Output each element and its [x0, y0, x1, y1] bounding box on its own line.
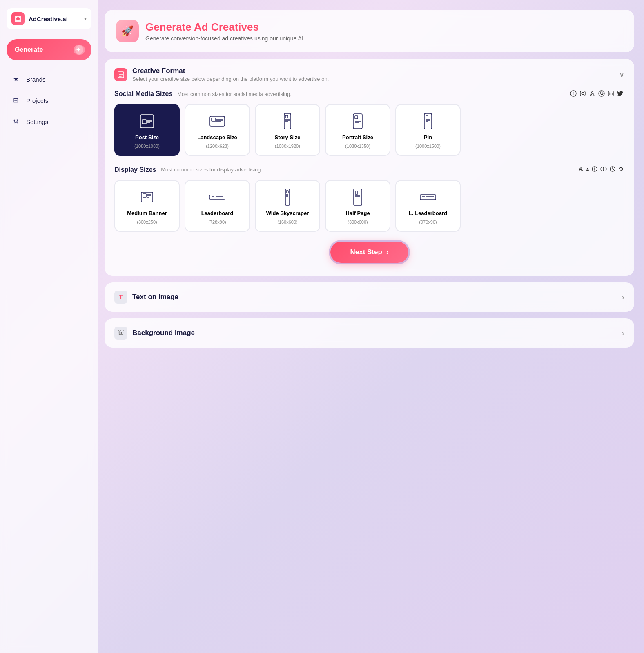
medium-banner-icon — [137, 187, 157, 207]
pin-size-dim: (1000x1500) — [415, 144, 441, 149]
svg-rect-47 — [209, 195, 225, 199]
svg-point-1 — [16, 17, 20, 20]
svg-rect-59 — [355, 191, 358, 194]
facebook-icon — [570, 90, 577, 98]
text-on-image-header[interactable]: T Text on Image › — [105, 282, 634, 312]
sidebar-item-projects-label: Projects — [26, 97, 48, 104]
generate-button[interactable]: Generate ✦ — [7, 39, 91, 60]
display-platform-icons: A — [577, 166, 624, 173]
size-card-landscape[interactable]: Landscape Size (1200x628) — [185, 104, 250, 156]
size-card-wide-skyscraper[interactable]: Wide Skyscraper (160x600) — [255, 180, 320, 232]
size-card-medium-banner[interactable]: Medium Banner (300x250) — [114, 180, 180, 232]
sidebar-item-projects[interactable]: ⊞ Projects — [7, 91, 91, 109]
header-text: Generate Ad Creatives Generate conversio… — [145, 21, 305, 42]
landscape-size-name: Landscape Size — [197, 134, 237, 140]
creative-format-section: Creative Format Select your creative siz… — [105, 59, 634, 276]
header-card: 🚀 Generate Ad Creatives Generate convers… — [105, 10, 634, 52]
wide-skyscraper-icon — [278, 187, 297, 207]
size-card-l-leaderboard[interactable]: L. Leaderboard (970x90) — [395, 180, 461, 232]
pinterest-icon — [598, 90, 606, 98]
svg-point-6 — [584, 92, 584, 92]
wide-skyscraper-dim: (160x600) — [277, 220, 298, 224]
svg-rect-23 — [285, 115, 288, 118]
svg-rect-18 — [212, 118, 216, 121]
svg-rect-63 — [420, 195, 436, 200]
logo-icon — [11, 12, 25, 25]
background-image-section: 🖼 Background Image › — [105, 318, 634, 348]
wide-skyscraper-name: Wide Skyscraper — [266, 210, 309, 216]
svg-rect-10 — [610, 93, 611, 95]
story-size-dim: (1080x1920) — [275, 144, 300, 149]
svg-rect-13 — [142, 120, 146, 124]
svg-rect-4 — [580, 91, 585, 96]
display-title: Display Sizes — [114, 166, 156, 173]
display-size-group: Display Sizes Most common sizes for disp… — [114, 166, 624, 232]
brands-icon: ★ — [13, 75, 21, 83]
landscape-size-icon — [207, 111, 227, 131]
half-page-dim: (300x600) — [348, 220, 368, 224]
text-on-image-chevron-icon: › — [622, 293, 624, 302]
portrait-size-dim: (1080x1350) — [345, 144, 370, 149]
size-card-story[interactable]: Story Size (1080x1920) — [255, 104, 320, 156]
background-image-chevron-icon: › — [622, 329, 624, 338]
svg-rect-43 — [143, 194, 146, 197]
size-card-half-page[interactable]: Half Page (300x600) — [325, 180, 390, 232]
size-card-portrait[interactable]: Portrait Size (1080x1350) — [325, 104, 390, 156]
section-title-group: Creative Format Select your creative siz… — [132, 67, 329, 82]
size-card-leaderboard[interactable]: Leaderboard (728x90) — [185, 180, 250, 232]
page-subtitle: Generate conversion-focused ad creatives… — [145, 35, 305, 42]
sparkle-icon: ✦ — [74, 45, 83, 55]
next-step-button[interactable]: Next Step › — [330, 242, 408, 263]
creative-format-subtitle: Select your creative size below dependin… — [132, 76, 329, 82]
svg-point-11 — [610, 92, 611, 93]
post-size-name: Post Size — [135, 134, 159, 140]
background-image-title: Background Image — [132, 329, 195, 337]
svg-rect-28 — [355, 116, 358, 119]
sidebar-logo[interactable]: AdCreative.ai ▾ — [7, 8, 91, 29]
creative-format-title: Creative Format — [132, 67, 329, 75]
settings-icon: ⚙ — [13, 118, 21, 126]
logo-text: AdCreative.ai — [29, 16, 68, 22]
background-image-header-left: 🖼 Background Image — [114, 326, 195, 340]
half-page-icon — [348, 187, 368, 207]
display-icon-4 — [600, 166, 607, 173]
l-leaderboard-dim: (970x90) — [419, 220, 437, 224]
leaderboard-name: Leaderboard — [201, 210, 234, 216]
medium-banner-name: Medium Banner — [127, 210, 167, 216]
display-icon-3 — [591, 166, 598, 173]
social-platform-icons — [570, 90, 624, 98]
display-desc: Most common sizes for display advertisin… — [161, 167, 262, 173]
svg-point-5 — [582, 92, 584, 95]
portrait-size-icon — [348, 111, 368, 131]
story-size-icon — [278, 111, 297, 131]
sidebar: AdCreative.ai ▾ Generate ✦ ★ Brands ⊞ Pr… — [0, 0, 98, 653]
generate-label: Generate — [15, 46, 43, 53]
l-leaderboard-icon — [418, 187, 438, 207]
svg-point-40 — [603, 167, 606, 171]
section-header-left: Creative Format Select your creative siz… — [114, 67, 329, 82]
creative-format-chevron-icon: ∨ — [619, 70, 624, 79]
instagram-icon — [579, 90, 587, 98]
half-page-name: Half Page — [345, 210, 370, 216]
text-on-image-title: Text on Image — [132, 293, 178, 301]
creative-format-header[interactable]: Creative Format Select your creative siz… — [105, 59, 634, 90]
size-card-post[interactable]: Post Size (1080x1080) — [114, 104, 180, 156]
sidebar-item-settings[interactable]: ⚙ Settings — [7, 113, 91, 131]
logo-chevron-icon: ▾ — [84, 16, 87, 22]
background-image-header[interactable]: 🖼 Background Image › — [105, 318, 634, 348]
adcreative-icon — [589, 90, 596, 98]
display-icon-2: A — [586, 167, 589, 172]
medium-banner-dim: (300x250) — [137, 220, 157, 224]
text-on-image-section: T Text on Image › — [105, 282, 634, 312]
pin-size-name: Pin — [424, 134, 432, 140]
creative-format-icon — [114, 68, 127, 81]
main-content: 🚀 Generate Ad Creatives Generate convers… — [98, 0, 644, 653]
svg-rect-12 — [140, 115, 154, 128]
sidebar-item-brands[interactable]: ★ Brands — [7, 70, 91, 88]
projects-icon: ⊞ — [13, 96, 21, 104]
twitter-icon — [617, 90, 624, 98]
size-card-pin[interactable]: Pin (1000x1500) — [395, 104, 461, 156]
post-size-dim: (1080x1080) — [134, 144, 160, 149]
sidebar-item-settings-label: Settings — [26, 118, 48, 125]
leaderboard-icon — [207, 187, 227, 207]
